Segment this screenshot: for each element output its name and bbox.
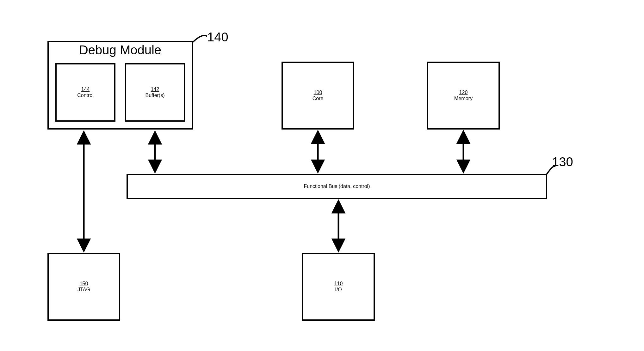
ref-140: 140 — [207, 30, 228, 44]
memory-name: Memory — [454, 96, 473, 101]
debug-module-title: Debug Module — [47, 43, 193, 57]
control-ref: 144 — [81, 87, 90, 92]
diagram-canvas: Debug Module 144 Control 142 Buffer(s) 1… — [0, 0, 644, 351]
buffers-name: Buffer(s) — [145, 93, 164, 98]
jtag-box: 150 JTAG — [47, 253, 120, 321]
memory-box: 120 Memory — [427, 62, 500, 130]
buffers-box: 142 Buffer(s) — [125, 63, 185, 122]
bus-box: Functional Bus (data, control) — [127, 174, 547, 199]
control-box: 144 Control — [55, 63, 115, 122]
io-box: 110 I/O — [302, 253, 375, 321]
control-name: Control — [77, 93, 94, 98]
memory-ref: 120 — [459, 90, 468, 95]
jtag-name: JTAG — [77, 287, 90, 293]
jtag-ref: 150 — [80, 281, 88, 287]
bus-name: Functional Bus (data, control) — [304, 184, 370, 189]
buffers-ref: 142 — [151, 87, 159, 92]
core-name: Core — [313, 96, 324, 101]
io-ref: 110 — [334, 281, 343, 287]
core-ref: 100 — [314, 90, 322, 95]
ref-130: 130 — [552, 155, 573, 169]
io-name: I/O — [335, 287, 342, 293]
core-box: 100 Core — [282, 62, 354, 130]
